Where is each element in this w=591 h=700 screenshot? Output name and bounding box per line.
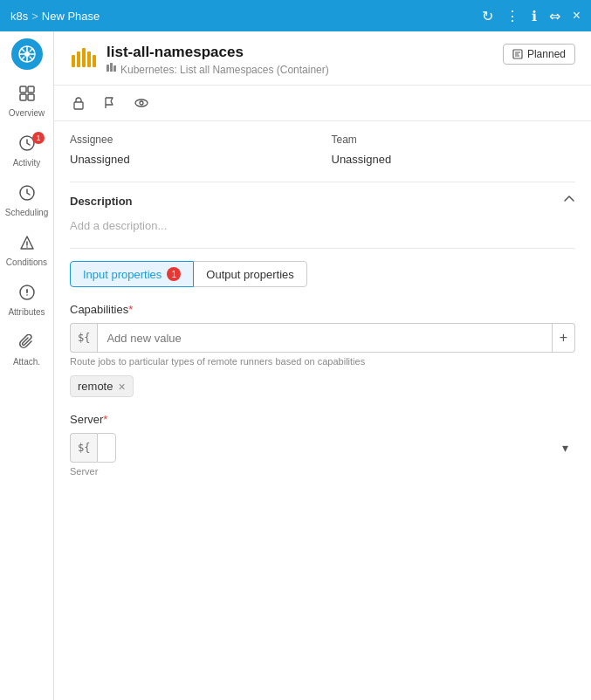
assignee-value[interactable]: Unassigned <box>70 149 314 169</box>
svg-line-6 <box>21 48 24 51</box>
header-icon <box>70 44 98 72</box>
expand-button[interactable]: ⇔ <box>549 8 560 24</box>
svg-point-21 <box>26 294 28 296</box>
svg-point-1 <box>24 51 30 57</box>
breadcrumb-k8s[interactable]: k8s <box>10 10 28 23</box>
description-placeholder[interactable]: Add a description... <box>70 216 575 236</box>
svg-point-18 <box>26 246 28 248</box>
top-bar: k8s > New Phase ↻ ⋮ ℹ ⇔ × <box>0 0 591 31</box>
input-properties-tab[interactable]: Input properties 1 <box>70 261 194 287</box>
svg-point-30 <box>135 100 148 106</box>
refresh-button[interactable]: ↻ <box>482 8 493 24</box>
activity-label: Activity <box>13 158 41 168</box>
tab-icons-bar <box>54 86 591 121</box>
svg-rect-11 <box>28 86 34 93</box>
info-button[interactable]: ℹ <box>532 8 537 24</box>
server-label: Server* <box>70 413 575 426</box>
header-text: list-all-namespaces Kubernetes: List all… <box>107 44 329 76</box>
output-properties-tab[interactable]: Output properties <box>193 261 306 287</box>
input-tab-label: Input properties <box>83 268 161 281</box>
breadcrumb-separator: > <box>31 10 38 23</box>
overview-icon <box>19 86 35 106</box>
lock-tab-button[interactable] <box>70 94 87 112</box>
capabilities-tag-remote: remote × <box>70 375 134 397</box>
description-header: Description <box>70 193 575 209</box>
page-subtitle: Kubernetes: List all Namespaces (Contain… <box>107 63 329 76</box>
capabilities-required: * <box>128 303 133 316</box>
svg-rect-24 <box>113 65 116 72</box>
status-badge[interactable]: Planned <box>503 44 575 65</box>
svg-rect-22 <box>107 65 109 72</box>
server-required: * <box>103 413 107 426</box>
conditions-icon <box>19 235 35 255</box>
attributes-icon <box>19 285 35 305</box>
capabilities-field: Capabilities* ${ + Route jobs to particu… <box>70 303 575 397</box>
sidebar-item-activity[interactable]: 1 Activity <box>0 127 53 176</box>
top-bar-actions: ↻ ⋮ ℹ ⇔ × <box>482 8 581 24</box>
activity-badge: 1 <box>32 132 45 144</box>
scheduling-icon <box>19 185 35 205</box>
server-hint: Server <box>70 466 575 477</box>
capabilities-input-row: ${ + <box>70 323 575 353</box>
capabilities-add-button[interactable]: + <box>553 323 575 353</box>
assignee-label: Assignee <box>70 134 314 146</box>
server-prefix-icon: ${ <box>78 442 90 454</box>
svg-rect-12 <box>20 94 26 100</box>
svg-rect-29 <box>74 102 83 109</box>
svg-line-8 <box>29 48 32 51</box>
main-layout: Overview 1 Activity Scheduling Condition… <box>0 31 591 700</box>
description-collapse-button[interactable] <box>563 193 575 209</box>
sidebar-item-overview[interactable]: Overview <box>0 77 53 127</box>
scheduling-label: Scheduling <box>5 208 48 217</box>
breadcrumb: k8s > New Phase <box>10 10 100 23</box>
flag-tab-button[interactable] <box>101 94 119 112</box>
input-tab-badge: 1 <box>167 267 181 281</box>
tag-value: remote <box>78 380 113 393</box>
server-input-row: ${ <box>70 433 575 463</box>
eye-tab-button[interactable] <box>133 94 150 112</box>
svg-rect-23 <box>110 63 113 72</box>
properties-tabs: Input properties 1 Output properties <box>70 261 575 287</box>
svg-rect-10 <box>20 86 26 93</box>
capabilities-label: Capabilities* <box>70 303 575 316</box>
capabilities-tags: remote × <box>70 375 575 397</box>
assignee-team-area: Assignee Unassigned Team Unassigned <box>54 121 591 182</box>
svg-line-9 <box>21 57 24 60</box>
svg-line-7 <box>29 57 32 60</box>
tag-remove-button[interactable]: × <box>118 381 125 393</box>
team-value[interactable]: Unassigned <box>332 149 576 169</box>
capabilities-prefix: ${ <box>70 323 97 353</box>
subtitle-icon <box>107 63 117 76</box>
svg-point-31 <box>140 101 143 105</box>
attributes-label: Attributes <box>8 307 45 317</box>
server-select[interactable] <box>97 433 116 463</box>
sidebar-item-scheduling[interactable]: Scheduling <box>0 176 53 226</box>
server-select-wrapper <box>97 433 575 463</box>
sidebar-item-conditions[interactable]: Conditions <box>0 226 53 276</box>
properties-section: Input properties 1 Output properties Cap… <box>54 249 591 492</box>
capabilities-hint: Route jobs to particular types of remote… <box>70 356 575 367</box>
sidebar-item-attributes[interactable]: Attributes <box>0 276 53 326</box>
kubernetes-icon <box>72 48 96 67</box>
prefix-icon: ${ <box>78 332 90 344</box>
attach-label: Attach. <box>13 357 40 367</box>
breadcrumb-phase: New Phase <box>42 10 100 23</box>
description-section: Description Add a description... <box>54 182 591 248</box>
attach-icon <box>19 334 35 354</box>
server-prefix: ${ <box>70 433 97 463</box>
close-button[interactable]: × <box>573 8 581 24</box>
overview-label: Overview <box>9 108 45 118</box>
fields-row: Assignee Unassigned Team Unassigned <box>70 134 575 169</box>
sidebar-logo[interactable] <box>11 38 43 70</box>
header-left: list-all-namespaces Kubernetes: List all… <box>70 44 329 76</box>
subtitle-text: Kubernetes: List all Namespaces (Contain… <box>120 64 329 76</box>
capabilities-input[interactable] <box>97 323 552 353</box>
sidebar: Overview 1 Activity Scheduling Condition… <box>0 31 54 700</box>
content-area: list-all-namespaces Kubernetes: List all… <box>54 31 591 700</box>
more-button[interactable]: ⋮ <box>505 8 519 24</box>
team-label: Team <box>332 134 576 146</box>
status-label: Planned <box>527 48 566 60</box>
sidebar-item-attach[interactable]: Attach. <box>0 326 53 375</box>
page-title: list-all-namespaces <box>107 44 329 61</box>
assignee-field: Assignee Unassigned <box>70 134 314 169</box>
